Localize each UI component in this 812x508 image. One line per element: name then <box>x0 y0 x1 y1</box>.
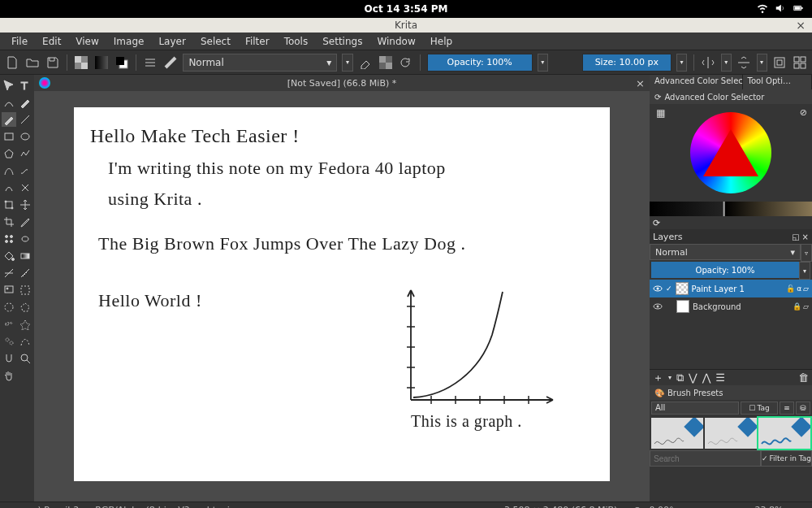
brush-preset[interactable] <box>705 418 757 449</box>
brush-settings-button[interactable] <box>143 54 158 71</box>
mirror-y-menu[interactable]: ▾ <box>757 54 767 72</box>
wifi-icon[interactable] <box>757 2 768 16</box>
alpha-lock-button[interactable] <box>378 54 393 71</box>
size-stepper[interactable]: ▾ <box>676 54 687 72</box>
brush-preset-thumb[interactable] <box>163 54 179 71</box>
preset-list-view-button[interactable]: ≡ <box>780 402 794 415</box>
move-up-button[interactable]: ⋀ <box>702 371 711 384</box>
tab-tool-options[interactable]: Tool Opti… <box>743 75 813 89</box>
opacity-slider[interactable]: Opacity: 100% <box>427 54 533 72</box>
status-selection-icon[interactable]: ▭ <box>0 505 24 508</box>
reload-preset-button[interactable] <box>398 54 413 71</box>
color-history-bar[interactable] <box>650 202 812 216</box>
add-layer-button[interactable]: ＋ <box>653 371 663 385</box>
rect-select-tool[interactable] <box>18 283 32 297</box>
battery-icon[interactable] <box>793 2 804 16</box>
assistant-tool[interactable] <box>2 266 16 280</box>
similar-select-tool[interactable] <box>2 334 16 349</box>
canvas[interactable]: Hello Make Tech Easier ! I'm writing thi… <box>74 107 610 481</box>
bezier-select-tool[interactable] <box>18 334 32 349</box>
eye-icon[interactable] <box>653 284 663 293</box>
layer-props-button[interactable]: ☰ <box>715 371 725 384</box>
layer-row[interactable]: Background 🔒 ▱ <box>650 297 812 315</box>
pattern-swatch[interactable] <box>74 54 89 71</box>
move-layer-tool[interactable] <box>18 198 32 212</box>
hue-ring[interactable] <box>690 112 771 193</box>
clear-color-icon[interactable]: ⊘ <box>800 107 807 118</box>
measure-tool[interactable] <box>18 266 32 280</box>
volume-icon[interactable] <box>775 2 786 16</box>
tab-advanced-color[interactable]: Advanced Color Selec… <box>650 75 743 89</box>
alpha-icon[interactable]: α <box>797 284 801 293</box>
menu-view[interactable]: View <box>69 34 105 49</box>
freehand-path-tool[interactable] <box>18 163 32 178</box>
duplicate-layer-button[interactable]: ⧉ <box>676 371 684 384</box>
fgbg-swatch[interactable] <box>114 54 129 71</box>
menu-filter[interactable]: Filter <box>239 34 276 49</box>
color-selector[interactable]: ▦ ⊘ <box>650 104 812 202</box>
inherit-alpha-icon[interactable]: ▱ <box>803 284 809 293</box>
polygon-select-tool[interactable] <box>18 300 32 315</box>
refresh-icon[interactable]: ⟳ <box>653 218 660 228</box>
eye-icon[interactable] <box>653 302 663 311</box>
status-rotation-icon[interactable]: ⊕ <box>625 505 649 508</box>
menu-file[interactable]: File <box>5 34 34 49</box>
preset-filter-select[interactable]: All <box>651 402 739 415</box>
eraser-mode-button[interactable] <box>358 54 374 71</box>
lock-icon[interactable]: 🔓 <box>786 284 795 293</box>
delete-layer-button[interactable]: 🗑 <box>798 371 809 384</box>
brush-preset[interactable] <box>651 418 703 449</box>
opacity-stepper[interactable]: ▾ <box>538 54 548 72</box>
layer-blend-select[interactable]: Normal▾ <box>650 244 801 260</box>
wrap-around-button[interactable] <box>772 54 788 71</box>
magnetic-select-tool[interactable] <box>2 351 16 366</box>
menu-edit[interactable]: Edit <box>36 34 67 49</box>
menu-tools[interactable]: Tools <box>278 34 315 49</box>
save-file-button[interactable] <box>45 54 60 71</box>
move-down-button[interactable]: ⋁ <box>689 371 698 384</box>
add-layer-menu[interactable]: ▾ <box>668 374 672 381</box>
grid-icon[interactable]: ▦ <box>656 107 665 119</box>
ellipse-select-tool[interactable] <box>2 300 16 315</box>
open-file-button[interactable] <box>25 54 41 71</box>
crop-tool[interactable] <box>2 215 16 229</box>
workspace-chooser-button[interactable] <box>792 54 807 71</box>
refresh-icon[interactable]: ⟳ <box>654 93 661 102</box>
document-tab[interactable]: [Not Saved] (66.8 MiB) * × <box>34 75 650 91</box>
document-close-button[interactable]: × <box>636 77 645 89</box>
sv-triangle[interactable] <box>703 129 758 176</box>
fill-tool[interactable] <box>2 249 16 263</box>
status-color-profile[interactable]: RGB/Alpha (8-bi…-V2-srgbtrc.icc <box>87 505 248 508</box>
layer-opacity-slider[interactable]: Opacity: 100% <box>651 262 799 278</box>
contiguous-select-tool[interactable] <box>18 317 32 332</box>
size-slider[interactable]: Size: 10.00 px <box>582 54 672 72</box>
window-close-button[interactable]: × <box>796 19 806 32</box>
line-tool[interactable] <box>18 112 32 127</box>
status-zoom[interactable]: 23.8% <box>747 505 792 508</box>
text-tool[interactable]: T <box>18 78 32 93</box>
layer-opacity-stepper[interactable]: ▾ <box>799 262 810 280</box>
alpha-icon[interactable]: ▱ <box>803 302 809 310</box>
preset-storage-button[interactable]: ⛁ <box>796 402 810 415</box>
polygon-tool[interactable] <box>2 146 16 161</box>
zoom-tool[interactable] <box>18 351 32 366</box>
mirror-x-button[interactable] <box>701 54 716 71</box>
mirror-x-menu[interactable]: ▾ <box>721 54 732 72</box>
gradient-swatch[interactable] <box>94 54 110 71</box>
preset-tag-button[interactable]: ☐ Tag <box>741 402 778 415</box>
reference-tool[interactable] <box>2 283 16 297</box>
color-picker-tool[interactable] <box>18 215 32 229</box>
layer-filter-button[interactable]: ▿ <box>801 244 812 262</box>
layer-row[interactable]: ✓ Paint Layer 1 🔓 α ▱ <box>650 280 812 297</box>
lock-icon[interactable]: 🔒 <box>793 302 801 310</box>
polyline-tool[interactable] <box>18 146 32 161</box>
bezier-tool[interactable] <box>2 163 16 178</box>
filter-in-tag-toggle[interactable]: ✓ Filter in Tag <box>761 450 812 467</box>
blend-mode-select[interactable]: Normal ▾ <box>183 54 337 72</box>
blend-prev-button[interactable]: ▾ <box>342 54 352 72</box>
menu-select[interactable]: Select <box>194 34 237 49</box>
float-icon[interactable]: ◱ <box>792 232 799 241</box>
gradient-tool[interactable] <box>18 249 32 263</box>
shape-edit-tool[interactable] <box>2 95 16 110</box>
transform-tool[interactable] <box>2 198 16 212</box>
